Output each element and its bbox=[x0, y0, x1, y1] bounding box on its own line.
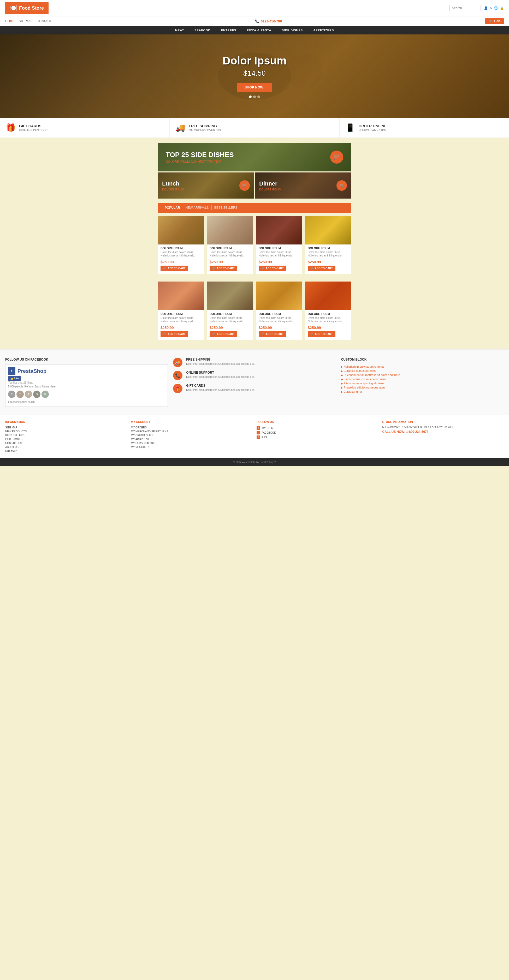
footer-info-item-2[interactable]: NEW PRODUCTS bbox=[5, 430, 127, 433]
footer-account-item-3[interactable]: MY CREDIT SLIPS bbox=[131, 433, 253, 437]
top-dishes-content: TOP 25 SIDE DISHES DOLORE IPSUM CONNECT … bbox=[166, 151, 234, 164]
nav-pizza-pasta[interactable]: PIZZA & PASTA bbox=[247, 29, 271, 32]
search-input[interactable] bbox=[450, 5, 481, 11]
feature-gift-cards: 🎁 GIFT CARDS GIVE THE BEST GIFT bbox=[0, 118, 170, 137]
footer-account-item-2[interactable]: MY MERCHANDISE RETURNS bbox=[131, 430, 253, 433]
lunch-content: Lunch DOLORE IPSUM bbox=[162, 180, 184, 191]
service-shipping-text: FREE SHIPPING Dolor inter diam dolore li… bbox=[186, 358, 255, 366]
dinner-banner[interactable]: Dinner DOLORE IPSUM 🛒 bbox=[255, 172, 351, 199]
product-title-3: DOLORE IPSUM bbox=[258, 247, 299, 250]
footer-facebook[interactable]: F FACEBOOK bbox=[257, 430, 378, 435]
product-card-6[interactable]: DOLORE IPSUM Dolor itae diam dolore libr… bbox=[207, 282, 253, 340]
category-nav: MEAT SEAFOOD ENTREES PIZZA & PASTA SIDE … bbox=[0, 26, 509, 35]
nav-appetizers[interactable]: APPETIZERS bbox=[313, 29, 334, 32]
service-gift-cards: 🎁 GIFT CARDS Dolor inter diam dolore lib… bbox=[173, 384, 336, 393]
footer-info-item-4[interactable]: OUR STORES bbox=[5, 437, 127, 441]
nav-seafood[interactable]: SEAFOOD bbox=[195, 29, 211, 32]
footer-account-item-6[interactable]: MY VOUCHERS bbox=[131, 445, 253, 449]
dot-3[interactable] bbox=[257, 95, 260, 98]
top-dishes-cart-button[interactable]: 🛒 bbox=[330, 151, 343, 164]
footer-follow-col: FOLLOW US T TWITTER F FACEBOOK R RSS bbox=[257, 420, 378, 453]
footer-twitter[interactable]: T TWITTER bbox=[257, 426, 378, 430]
phone-icon: 📞 bbox=[255, 19, 259, 23]
product-card-3[interactable]: DOLORE IPSUM Dolor itae diam dolore libr… bbox=[256, 216, 302, 274]
cart-icon-p3: 🛒 bbox=[261, 267, 265, 270]
product-image-7 bbox=[256, 282, 302, 310]
add-to-cart-button-5[interactable]: 🛒 ADD TO CART bbox=[161, 331, 188, 337]
cart-icon-large: 🛒 bbox=[333, 154, 340, 160]
facebook-plugin-link[interactable]: Facebook social plugin bbox=[8, 400, 165, 404]
cart-icon-lunch: 🛒 bbox=[242, 183, 247, 188]
add-to-cart-button-6[interactable]: 🛒 ADD TO CART bbox=[210, 331, 237, 337]
svg-point-1 bbox=[189, 50, 220, 81]
add-to-cart-button-1[interactable]: 🛒 ADD TO CART bbox=[161, 266, 188, 271]
custom-list-item-1: Nullerium in pulvinarum shamps bbox=[341, 364, 504, 369]
fb-logo-icon: f bbox=[8, 368, 15, 375]
lock-icon[interactable]: 🔒 bbox=[500, 6, 504, 10]
hero-content: Dolor Ipsum $14.50 SHOP NOW! bbox=[222, 54, 286, 98]
footer-account-item-1[interactable]: MY ORDERS bbox=[131, 426, 253, 430]
footer-info-item-1[interactable]: SITE MAP bbox=[5, 426, 127, 430]
user-icon[interactable]: 👤 bbox=[484, 6, 488, 10]
footer-info-item-7[interactable]: SITEMAP bbox=[5, 449, 127, 453]
add-to-cart-button-7[interactable]: 🛒 ADD TO CART bbox=[258, 331, 286, 337]
footer-info-item-6[interactable]: ABOUT US bbox=[5, 445, 127, 449]
footer-info-item-3[interactable]: BEST SELLERS bbox=[5, 433, 127, 437]
shipping-title: FREE SHIPPING bbox=[189, 124, 220, 128]
footer-info-title: INFORMATION bbox=[5, 420, 127, 423]
add-to-cart-button-8[interactable]: 🛒 ADD TO CART bbox=[308, 331, 335, 337]
product-tabs: POPULAR NEW ARRIVALS BEST SELLERS bbox=[158, 203, 351, 213]
shop-now-button[interactable]: SHOP NOW! bbox=[237, 83, 272, 92]
shipping-subtitle: ON ORDERS OVER $99 bbox=[189, 129, 220, 132]
tab-new-arrivals[interactable]: NEW ARRIVALS bbox=[183, 205, 212, 210]
add-to-cart-button-2[interactable]: 🛒 ADD TO CART bbox=[210, 266, 237, 271]
dot-2[interactable] bbox=[253, 95, 256, 98]
product-card-8[interactable]: DOLORE IPSUM Dolor itae diam dolore libr… bbox=[305, 282, 351, 340]
footer-account-item-5[interactable]: MY PERSONAL INFO bbox=[131, 441, 253, 445]
currency-icon[interactable]: $ bbox=[490, 6, 492, 10]
product-info-6: DOLORE IPSUM Dolor itae diam dolore libr… bbox=[207, 310, 253, 324]
product-price-6: $250.99 bbox=[210, 326, 251, 330]
lunch-banner[interactable]: Lunch DOLORE IPSUM 🛒 bbox=[158, 172, 254, 199]
lunch-cart-button[interactable]: 🛒 bbox=[239, 180, 250, 191]
top-dishes-banner[interactable]: TOP 25 SIDE DISHES DOLORE IPSUM CONNECT … bbox=[158, 143, 351, 172]
nav-entrees[interactable]: ENTREES bbox=[221, 29, 236, 32]
product-title-6: DOLORE IPSUM bbox=[210, 312, 251, 315]
add-to-cart-button-3[interactable]: 🛒 ADD TO CART bbox=[258, 266, 286, 271]
nav-contact[interactable]: CONTACT bbox=[37, 19, 52, 23]
product-card-2[interactable]: DOLORE IPSUM Dolor itae diam dolore libr… bbox=[207, 216, 253, 274]
footer-info-item-5[interactable]: CONTACT US bbox=[5, 441, 127, 445]
product-card-7[interactable]: DOLORE IPSUM Dolor itae diam dolore libr… bbox=[256, 282, 302, 340]
logo[interactable]: 🍽️ Food Store bbox=[5, 2, 49, 14]
product-info-7: DOLORE IPSUM Dolor itae diam dolore libr… bbox=[256, 310, 302, 324]
product-card-4[interactable]: DOLORE IPSUM Dolor itae diam dolore libr… bbox=[305, 216, 351, 274]
dinner-cart-button[interactable]: 🛒 bbox=[337, 180, 347, 191]
footer-follow-title: FOLLOW US bbox=[257, 420, 378, 423]
nav-sitemap[interactable]: SITEMAP bbox=[19, 19, 33, 23]
nav-side-dishes[interactable]: SIDE DISHES bbox=[282, 29, 303, 32]
product-title-7: DOLORE IPSUM bbox=[258, 312, 299, 315]
dinner-subtitle: DOLORE IPSUM bbox=[259, 188, 281, 191]
product-image-5 bbox=[158, 282, 204, 310]
product-card-5[interactable]: DOLORE IPSUM Dolor itae diam dolore libr… bbox=[158, 282, 204, 340]
avatar-2: T bbox=[16, 391, 24, 398]
cart-icon: 🛒 bbox=[489, 19, 493, 23]
product-price-2: $250.99 bbox=[210, 260, 251, 264]
service-shipping-desc: Dolor inter diam dolore librus Nullerios… bbox=[186, 362, 255, 366]
dot-1[interactable] bbox=[249, 95, 252, 98]
nav-home[interactable]: HOME bbox=[5, 19, 14, 23]
cart-icon-p4: 🛒 bbox=[310, 267, 313, 270]
language-icon[interactable]: 🌐 bbox=[494, 6, 498, 10]
add-to-cart-button-4[interactable]: 🛒 ADD TO CART bbox=[308, 266, 335, 271]
like-button[interactable]: 👍 Like bbox=[8, 376, 21, 381]
nav-meat[interactable]: MEAT bbox=[175, 29, 184, 32]
product-price-4: $250.99 bbox=[308, 260, 348, 264]
cart-button[interactable]: 🛒 Cart bbox=[485, 18, 504, 24]
header-nav: HOME SITEMAP CONTACT 📞 0123-456-789 🛒 Ca… bbox=[0, 16, 509, 26]
product-price-7: $250.99 bbox=[258, 326, 299, 330]
product-card-1[interactable]: DOLORE IPSUM Dolor itae diam dolore libr… bbox=[158, 216, 204, 274]
footer-account-item-4[interactable]: MY ADDRESSES bbox=[131, 437, 253, 441]
tab-best-sellers[interactable]: BEST SELLERS bbox=[212, 205, 240, 210]
tab-popular[interactable]: POPULAR bbox=[162, 205, 183, 210]
footer-rss[interactable]: R RSS bbox=[257, 435, 378, 440]
